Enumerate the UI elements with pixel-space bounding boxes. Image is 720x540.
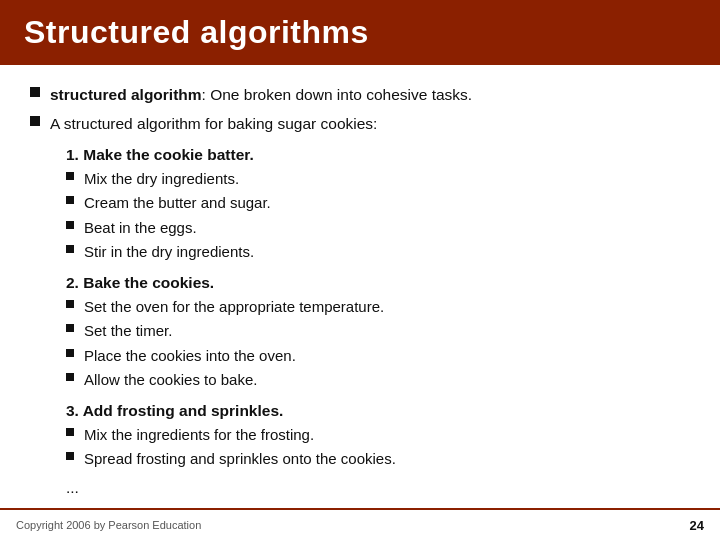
bullet-1-rest: : One broken down into cohesive tasks. xyxy=(202,86,473,103)
list-item: Set the timer. xyxy=(66,320,690,343)
section-1-list: Mix the dry ingredients. Cream the butte… xyxy=(66,168,690,264)
sub-bullet-icon xyxy=(66,172,74,180)
sub-bullet-icon xyxy=(66,349,74,357)
bullet-icon-1 xyxy=(30,87,40,97)
bullet-2-text: A structured algorithm for baking sugar … xyxy=(50,112,377,135)
bullet-1: structured algorithm: One broken down in… xyxy=(30,83,690,106)
slide: Structured algorithms structured algorit… xyxy=(0,0,720,540)
sub-item-text: Mix the dry ingredients. xyxy=(84,168,239,191)
sub-item-text: Beat in the eggs. xyxy=(84,217,197,240)
bullet-1-bold: structured algorithm xyxy=(50,86,202,103)
list-item: Mix the dry ingredients. xyxy=(66,168,690,191)
slide-title: Structured algorithms xyxy=(24,14,369,51)
list-item: Cream the butter and sugar. xyxy=(66,192,690,215)
section-3-header: 3. Add frosting and sprinkles. xyxy=(66,402,690,420)
bullet-1-text: structured algorithm: One broken down in… xyxy=(50,83,472,106)
sub-item-text: Place the cookies into the oven. xyxy=(84,345,296,368)
sub-bullet-icon xyxy=(66,324,74,332)
bullet-icon-2 xyxy=(30,116,40,126)
sub-bullet-icon xyxy=(66,196,74,204)
sub-bullet-icon xyxy=(66,221,74,229)
slide-footer: Copyright 2006 by Pearson Education 24 xyxy=(0,508,720,540)
section-2-list: Set the oven for the appropriate tempera… xyxy=(66,296,690,392)
sub-item-text: Cream the butter and sugar. xyxy=(84,192,271,215)
sub-item-text: Stir in the dry ingredients. xyxy=(84,241,254,264)
sub-bullet-icon xyxy=(66,300,74,308)
list-item: Set the oven for the appropriate tempera… xyxy=(66,296,690,319)
sub-item-text: Allow the cookies to bake. xyxy=(84,369,257,392)
slide-content: structured algorithm: One broken down in… xyxy=(0,65,720,507)
ellipsis-text: ... xyxy=(66,479,690,497)
sub-item-text: Spread frosting and sprinkles onto the c… xyxy=(84,448,396,471)
section-2-header: 2. Bake the cookies. xyxy=(66,274,690,292)
section-3-list: Mix the ingredients for the frosting. Sp… xyxy=(66,424,690,471)
sub-bullet-icon xyxy=(66,452,74,460)
list-item: Mix the ingredients for the frosting. xyxy=(66,424,690,447)
sub-item-text: Set the timer. xyxy=(84,320,172,343)
list-item: Beat in the eggs. xyxy=(66,217,690,240)
footer-copyright: Copyright 2006 by Pearson Education xyxy=(16,519,201,531)
slide-header: Structured algorithms xyxy=(0,0,720,65)
list-item: Stir in the dry ingredients. xyxy=(66,241,690,264)
section-1-header: 1. Make the cookie batter. xyxy=(66,146,690,164)
list-item: Place the cookies into the oven. xyxy=(66,345,690,368)
bullet-2: A structured algorithm for baking sugar … xyxy=(30,112,690,135)
sub-item-text: Mix the ingredients for the frosting. xyxy=(84,424,314,447)
sub-bullet-icon xyxy=(66,428,74,436)
list-item: Spread frosting and sprinkles onto the c… xyxy=(66,448,690,471)
footer-page-number: 24 xyxy=(690,518,704,533)
sub-item-text: Set the oven for the appropriate tempera… xyxy=(84,296,384,319)
sub-bullet-icon xyxy=(66,245,74,253)
list-item: Allow the cookies to bake. xyxy=(66,369,690,392)
sub-bullet-icon xyxy=(66,373,74,381)
